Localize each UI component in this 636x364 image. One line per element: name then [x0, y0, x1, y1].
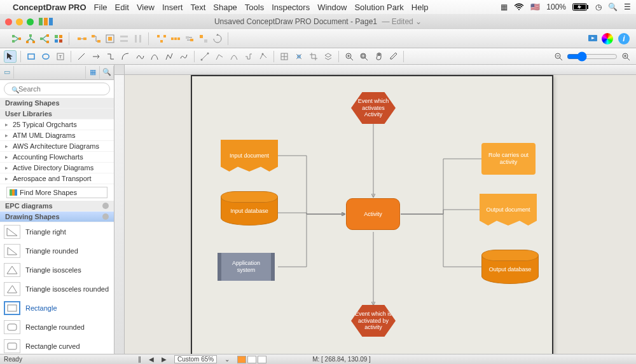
app-name-menu[interactable]: ConceptDraw PRO — [13, 3, 86, 12]
menu-list-icon[interactable]: ☰ — [624, 3, 631, 11]
node-input-document[interactable]: Input document — [221, 140, 278, 172]
sidebar-tab-libraries[interactable]: ▭ — [0, 66, 14, 79]
tree-header-user-libraries[interactable]: User Libraries — [0, 109, 114, 119]
canvas-area[interactable]: Event which activates Activity Input doc… — [114, 65, 636, 354]
node-application-system[interactable]: Application system — [218, 253, 275, 281]
node-activity[interactable]: Activity — [346, 198, 400, 230]
shape-rectangle-curved[interactable]: Rectangle curved — [0, 337, 114, 354]
menu-view[interactable]: View — [137, 3, 155, 12]
tree-header-drawing-shapes[interactable]: Drawing Shapes — [0, 98, 114, 109]
segment3-tool-icon[interactable] — [228, 50, 240, 63]
layers-tool-icon[interactable] — [322, 50, 335, 63]
toolbar-connect2-icon[interactable] — [90, 32, 102, 45]
node-input-database[interactable]: Input database — [221, 197, 278, 226]
lib-item-orgcharts[interactable]: ▸25 Typical Orgcharts — [0, 119, 114, 130]
page-tab-1[interactable] — [237, 356, 246, 363]
menu-insert[interactable]: Insert — [162, 3, 183, 12]
menu-inspectors[interactable]: Inspectors — [272, 3, 310, 12]
zoom-in-tool-icon[interactable] — [343, 50, 356, 63]
segment1-tool-icon[interactable] — [198, 50, 211, 63]
zoom-in-icon[interactable] — [619, 50, 632, 63]
zoom-slider[interactable] — [567, 51, 618, 62]
toolbar-swap1-icon[interactable] — [183, 32, 196, 45]
tree-header-epc[interactable]: EPC diagrams — [0, 201, 114, 212]
shape-triangle-isosceles[interactable]: Triangle isosceles — [0, 260, 114, 280]
page-nav-next[interactable]: ▶ — [162, 356, 167, 363]
shape-triangle-rounded[interactable]: Triangle rounded — [0, 241, 114, 260]
arc-tool-icon[interactable] — [119, 50, 132, 63]
edit-points-tool-icon[interactable] — [278, 50, 291, 63]
sidebar-tab-search[interactable]: 🔍 — [100, 66, 114, 79]
info-button-icon[interactable]: i — [618, 33, 630, 44]
spotlight-icon[interactable]: 🔍 — [608, 3, 618, 11]
lib-item-aerospace[interactable]: ▸Aerospace and Transport — [0, 173, 114, 184]
toolbar-chart3-icon[interactable] — [38, 32, 51, 45]
minimize-window-button[interactable] — [16, 18, 23, 25]
bezier-tool-icon[interactable] — [148, 50, 161, 63]
line-tool-icon[interactable] — [75, 50, 88, 63]
lib-item-aws[interactable]: ▸AWS Architecture Diagrams — [0, 141, 114, 152]
node-event-top[interactable]: Event which activates Activity — [351, 92, 396, 124]
node-output-document[interactable]: Output document — [480, 194, 537, 226]
find-more-shapes-button[interactable]: Find More Shapes — [6, 187, 107, 198]
segment2-tool-icon[interactable] — [213, 50, 226, 63]
text-tool-icon[interactable]: T — [54, 50, 67, 63]
toolbar-rotate-icon[interactable] — [211, 32, 224, 45]
zoom-window-button[interactable] — [27, 18, 34, 25]
library-search-input[interactable] — [4, 83, 110, 95]
segment5-tool-icon[interactable] — [257, 50, 270, 63]
shape-rectangle-rounded[interactable]: Rectangle rounded — [0, 318, 114, 337]
page-tab-2[interactable] — [247, 356, 256, 363]
toolbar-swap2-icon[interactable] — [197, 32, 210, 45]
menu-tools[interactable]: Tools — [245, 3, 264, 12]
toolbar-distribute2-icon[interactable] — [169, 32, 182, 45]
menu-text[interactable]: Text — [190, 3, 205, 12]
page-tab-3[interactable] — [258, 356, 266, 363]
clock-icon[interactable]: ◷ — [595, 3, 602, 11]
lib-item-active-directory[interactable]: ▸Active Directory Diagrams — [0, 163, 114, 173]
spline-tool-icon[interactable] — [134, 50, 146, 63]
menu-window[interactable]: Window — [317, 3, 347, 12]
toolbar-chart1-icon[interactable] — [10, 32, 23, 45]
menu-edit[interactable]: Edit — [115, 3, 129, 12]
grid-status-icon[interactable]: ▦ — [501, 3, 508, 11]
polyline-tool-icon[interactable] — [163, 50, 176, 63]
toolbar-presentation-icon[interactable] — [586, 32, 599, 45]
lib-item-atm-uml[interactable]: ▸ATM UML Diagrams — [0, 130, 114, 141]
snap-tool-icon[interactable] — [293, 50, 305, 63]
close-window-button[interactable] — [5, 18, 12, 25]
eyedropper-tool-icon[interactable] — [387, 50, 399, 63]
rect-tool-icon[interactable] — [25, 50, 38, 63]
tree-header-drawing-shapes-2[interactable]: Drawing Shapes — [0, 212, 114, 222]
segment4-tool-icon[interactable] — [242, 50, 255, 63]
connector-tool-icon[interactable] — [90, 50, 102, 63]
wifi-icon[interactable] — [514, 3, 524, 11]
color-picker-icon[interactable] — [602, 33, 613, 44]
menu-solution-park[interactable]: Solution Park — [354, 3, 403, 12]
pointer-tool-icon[interactable] — [4, 50, 17, 63]
smart-connector-tool-icon[interactable] — [104, 50, 117, 63]
node-output-database[interactable]: Output database — [481, 255, 539, 284]
toolbar-connect1-icon[interactable] — [76, 32, 88, 45]
shape-rectangle[interactable]: Rectangle — [0, 299, 114, 318]
hand-tool-icon[interactable] — [372, 50, 385, 63]
node-event-bottom[interactable]: Event which is activated by activity — [351, 305, 396, 337]
zoom-fit-tool-icon[interactable] — [357, 50, 370, 63]
toolbar-connect5-icon[interactable] — [132, 32, 144, 45]
toolbar-chart4-icon[interactable] — [52, 32, 65, 45]
page-nav-prev[interactable]: ◀ — [149, 356, 154, 363]
shape-triangle-isosceles-rounded[interactable]: Triangle isosceles rounded — [0, 280, 114, 299]
menu-help[interactable]: Help — [411, 3, 429, 12]
toolbar-connect3-icon[interactable] — [104, 32, 116, 45]
document-edited-indicator[interactable]: — Edited ⌄ — [382, 17, 422, 26]
lib-item-accounting[interactable]: ▸Accounting Flowcharts — [0, 152, 114, 163]
battery-icon[interactable] — [572, 3, 589, 11]
crop-tool-icon[interactable] — [307, 50, 320, 63]
zoom-out-icon[interactable] — [552, 50, 565, 63]
flag-icon[interactable]: 🇺🇸 — [530, 3, 540, 11]
toolbar-connect4-icon[interactable] — [118, 32, 130, 45]
menu-shape[interactable]: Shape — [213, 3, 237, 12]
sidebar-tab-grid[interactable]: ▦ — [86, 66, 100, 79]
menu-file[interactable]: File — [94, 3, 107, 12]
node-role[interactable]: Role carries out activity — [481, 143, 536, 175]
